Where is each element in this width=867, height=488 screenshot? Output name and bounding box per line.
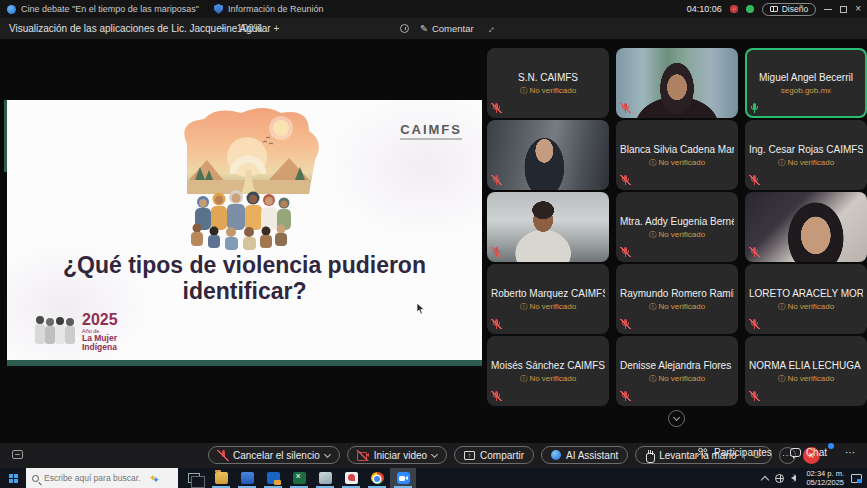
notification-center-icon[interactable] bbox=[851, 474, 862, 483]
share-screen-icon: ↑ bbox=[464, 451, 475, 460]
zoom-meeting-window: Cine debate "En el tiempo de las maripos… bbox=[0, 0, 867, 488]
participant-tile[interactable]: Raymundo Romero Ramírez... ⓘNo verificad… bbox=[616, 264, 738, 334]
muted-mic-icon bbox=[218, 450, 228, 461]
annotate-button[interactable]: ✎ Comentar bbox=[420, 23, 474, 34]
participant-tile[interactable]: Mtra. Addy Eugenia Bernés ... ⓘNo verifi… bbox=[616, 192, 738, 262]
taskbar-app-excel[interactable] bbox=[286, 468, 312, 488]
ai-assistant-icon bbox=[551, 450, 561, 460]
raise-hand-icon bbox=[645, 450, 654, 461]
participant-tile[interactable]: Roberto Marquez CAIMFS ⓘNo verificado bbox=[487, 264, 609, 334]
participant-status: ⓘNo verificado bbox=[749, 158, 863, 168]
search-input[interactable] bbox=[44, 473, 144, 483]
muted-mic-icon bbox=[492, 319, 501, 329]
muted-mic-icon bbox=[492, 247, 501, 257]
start-video-button[interactable]: Iniciar video bbox=[347, 446, 447, 464]
toolbar-more-button[interactable]: ··· bbox=[845, 447, 855, 458]
windows-taskbar: ✦ 02:34 p. m. 05/12/2025 bbox=[0, 468, 867, 488]
taskbar-app-notes[interactable] bbox=[312, 468, 338, 488]
share-button[interactable]: ↑ Compartir bbox=[454, 446, 534, 464]
muted-mic-icon bbox=[492, 103, 501, 113]
taskbar-app-chrome[interactable] bbox=[364, 468, 390, 488]
unverified-icon: ⓘ bbox=[520, 302, 528, 311]
meeting-info-label[interactable]: Información de Reunión bbox=[228, 4, 324, 14]
screen-share-toolbar: Visualización de las aplicaciones de Lic… bbox=[0, 18, 867, 40]
pen-icon: ✎ bbox=[420, 23, 428, 34]
notes-app-icon bbox=[319, 472, 332, 484]
participant-name: Ing. Cesar Rojas CAIMFS bbox=[749, 144, 863, 155]
taskbar-app-outlook[interactable] bbox=[260, 468, 286, 488]
taskbar-app-blue[interactable] bbox=[234, 468, 260, 488]
chevron-down-icon[interactable] bbox=[431, 450, 438, 457]
participant-name: Denisse Alejandra Flores Ros... bbox=[620, 360, 734, 371]
taskbar-app-zoom-active[interactable] bbox=[390, 468, 416, 488]
taskbar-clock[interactable]: 02:34 p. m. 05/12/2025 bbox=[806, 469, 844, 488]
maximize-button[interactable] bbox=[840, 6, 847, 13]
zoom-in-button[interactable]: + bbox=[273, 23, 279, 34]
layout-button[interactable]: Diseño bbox=[762, 3, 816, 16]
chat-panel-button[interactable]: Chat bbox=[790, 447, 827, 458]
tray-chevron-up-icon[interactable] bbox=[761, 475, 769, 483]
muted-mic-icon bbox=[750, 247, 759, 257]
ai-assistant-button[interactable]: AI Assistant bbox=[541, 446, 628, 464]
participant-domain: segob.gob.mx bbox=[749, 86, 863, 95]
expand-icon[interactable]: ↔ bbox=[482, 21, 497, 36]
chevron-down-icon bbox=[673, 414, 680, 421]
participant-video-tile[interactable] bbox=[487, 192, 609, 262]
unverified-icon: ⓘ bbox=[778, 158, 786, 167]
participant-tile[interactable]: LORETO ARACELY MORRIS ... ⓘNo verificado bbox=[745, 264, 867, 334]
participant-video-tile[interactable] bbox=[745, 192, 867, 262]
chevron-down-icon[interactable] bbox=[324, 450, 331, 457]
participant-name: NORMA ELIA LECHUGA BAS... bbox=[749, 360, 863, 371]
live-mic-icon bbox=[750, 103, 759, 113]
task-view-button[interactable] bbox=[188, 473, 200, 483]
connection-indicator-icon bbox=[746, 5, 754, 13]
participant-tile[interactable]: S.N. CAIMFS ⓘNo verificado bbox=[487, 48, 609, 118]
participant-name: Miguel Angel Becerril bbox=[749, 72, 863, 83]
caimfs-logo: CAIMFS bbox=[400, 122, 462, 140]
minimize-button[interactable] bbox=[824, 9, 832, 10]
participant-video-tile[interactable] bbox=[487, 120, 609, 190]
badge-figures-icon bbox=[33, 312, 77, 346]
taskbar-search[interactable]: ✦ bbox=[26, 468, 178, 488]
participant-tile[interactable]: Blanca Silvia Cadena Martíne... ⓘNo veri… bbox=[616, 120, 738, 190]
zoom-out-button[interactable]: − bbox=[220, 23, 226, 34]
participant-tile-active-speaker[interactable]: Miguel Angel Becerril segob.gob.mx bbox=[745, 48, 867, 118]
muted-mic-icon bbox=[492, 391, 501, 401]
participant-name: Roberto Marquez CAIMFS bbox=[491, 288, 605, 299]
participant-status: ⓘNo verificado bbox=[620, 374, 734, 384]
close-button[interactable]: × bbox=[855, 4, 861, 14]
muted-mic-icon bbox=[750, 391, 759, 401]
muted-mic-icon bbox=[621, 175, 630, 185]
network-icon[interactable] bbox=[775, 474, 784, 483]
chat-icon bbox=[790, 448, 801, 457]
more-participants-button[interactable] bbox=[668, 410, 685, 427]
unmute-button[interactable]: Cancelar el silencio bbox=[208, 446, 340, 464]
blue-app-icon bbox=[241, 472, 254, 484]
slide-illustration bbox=[157, 102, 335, 252]
participants-panel-button[interactable]: Participantes bbox=[696, 447, 772, 458]
muted-mic-icon bbox=[492, 175, 501, 185]
muted-mic-icon bbox=[621, 391, 630, 401]
captions-icon[interactable] bbox=[12, 450, 23, 459]
timer-icon[interactable] bbox=[400, 24, 409, 33]
participant-tile[interactable]: Moisés Sánchez CAIMFS ⓘNo verificado bbox=[487, 336, 609, 406]
participant-name: Raymundo Romero Ramírez... bbox=[620, 288, 734, 299]
participant-status: ⓘNo verificado bbox=[491, 302, 605, 312]
participant-name: Moisés Sánchez CAIMFS bbox=[491, 360, 605, 371]
taskbar-app-red[interactable] bbox=[338, 468, 364, 488]
meeting-control-bar: Cancelar el silencio Iniciar video ↑ Com… bbox=[0, 443, 867, 468]
participant-video-tile[interactable] bbox=[616, 48, 738, 118]
participant-grid: S.N. CAIMFS ⓘNo verificado Miguel Angel … bbox=[487, 48, 867, 406]
participant-tile[interactable]: Ing. Cesar Rojas CAIMFS ⓘNo verificado bbox=[745, 120, 867, 190]
speaker-icon[interactable] bbox=[791, 475, 796, 481]
chat-notification-badge bbox=[828, 443, 834, 449]
unverified-icon: ⓘ bbox=[649, 374, 657, 383]
muted-mic-icon bbox=[750, 175, 759, 185]
taskbar-app-file-explorer[interactable] bbox=[208, 468, 234, 488]
participant-tile[interactable]: Denisse Alejandra Flores Ros... ⓘNo veri… bbox=[616, 336, 738, 406]
meeting-info-shield-icon[interactable] bbox=[214, 4, 223, 14]
start-button[interactable] bbox=[0, 468, 26, 488]
muted-mic-icon bbox=[750, 319, 759, 329]
participant-tile[interactable]: NORMA ELIA LECHUGA BAS... ⓘNo verificado bbox=[745, 336, 867, 406]
participant-name: S.N. CAIMFS bbox=[491, 72, 605, 83]
